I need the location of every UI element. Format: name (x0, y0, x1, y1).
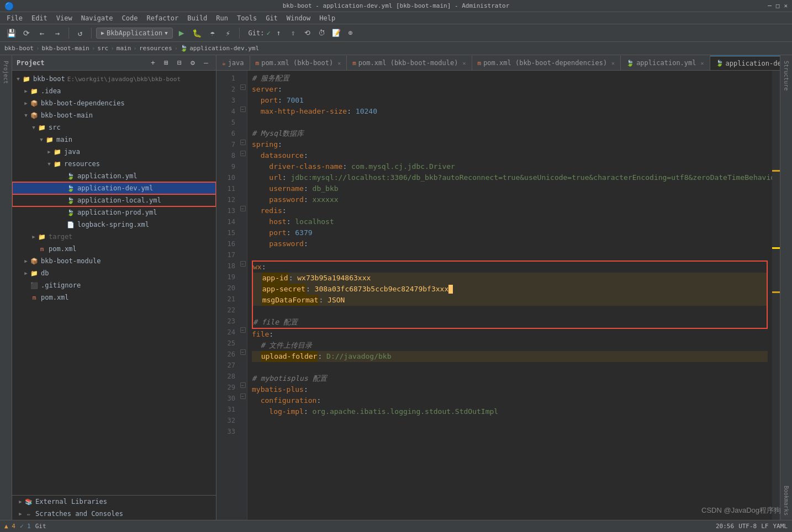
fold-line-24[interactable]: − (240, 327, 246, 333)
tab-pom-boot[interactable]: m pom.xml (bkb-boot) ✕ (250, 56, 347, 70)
panel-close-btn[interactable]: — (200, 57, 212, 68)
tab-application-dev-yml[interactable]: 🍃 application-dev.yml ✕ (710, 56, 780, 70)
status-encoding[interactable]: UTF-8 (738, 523, 757, 530)
breadcrumb-item-src[interactable]: src (97, 45, 108, 52)
maximize-btn[interactable]: □ (776, 2, 780, 9)
git-fetch-btn[interactable]: ⟲ (302, 27, 314, 39)
tree-item-pom-main[interactable]: m pom.xml (12, 243, 216, 255)
status-position: 20:56 (716, 523, 734, 530)
tree-item-target[interactable]: ▶ 📁 target (12, 231, 216, 243)
menu-item-edit[interactable]: Edit (27, 13, 52, 23)
collapse-all-btn[interactable]: ⊟ (174, 57, 185, 68)
code-area[interactable]: # 服务配置 server: port: 7001 max-http-heade… (247, 71, 772, 520)
tree-item-main-module[interactable]: ▼ 📦 bkb-boot-main (12, 109, 216, 121)
expand-all-btn[interactable]: ⊞ (161, 57, 172, 68)
fold-line-29[interactable]: − (240, 382, 246, 388)
tree-item-bkb-boot[interactable]: ▼ 📁 bkb-boot E:\workgit\javadog\bkb\bkb-… (12, 73, 216, 85)
app-selector[interactable]: ▶ BkbApplication ▼ (96, 28, 173, 39)
menu-item-git[interactable]: Git (261, 13, 282, 23)
save-all-btn[interactable]: 💾 (4, 26, 18, 40)
fold-line-8[interactable]: − (240, 151, 246, 156)
breadcrumb-item-bkb-boot-main[interactable]: bkb-boot-main (42, 45, 89, 52)
breadcrumb-item-file[interactable]: 🍃application-dev.yml (180, 45, 259, 52)
tree-item-src[interactable]: ▼ 📁 src (12, 121, 216, 134)
tree-item-java[interactable]: ▶ 📁 java (12, 146, 216, 158)
fold-line-26[interactable]: − (240, 349, 246, 355)
fold-line-18[interactable]: − (240, 261, 246, 267)
toolbar-divider-1 (68, 28, 69, 39)
breadcrumb: bkb-boot › bkb-boot-main › src › main › … (0, 42, 792, 55)
add-module-btn[interactable]: + (147, 57, 159, 68)
tree-item-logback[interactable]: 📄 logback-spring.xml (12, 219, 216, 231)
menu-item-help[interactable]: Help (315, 13, 340, 23)
forward-btn[interactable]: → (51, 26, 64, 40)
menu-item-view[interactable]: View (52, 13, 77, 23)
fold-line-2[interactable]: − (240, 84, 246, 90)
status-line-ending[interactable]: LF (761, 523, 768, 530)
undo-btn[interactable]: ↺ (73, 26, 87, 40)
breadcrumb-item-resources[interactable]: resources (139, 45, 172, 52)
cursor (448, 285, 453, 294)
tab-application-yml[interactable]: 🍃 application.yml ✕ (621, 56, 710, 70)
tree-item-dependencies[interactable]: ▶ 📦 bkb-boot-dependencies (12, 97, 216, 109)
tree-item-resources[interactable]: ▼ 📁 resources (12, 158, 216, 170)
menu-item-build[interactable]: Build (183, 13, 212, 23)
tree-item-pom-root[interactable]: m pom.xml (12, 291, 216, 304)
tab-pom-module[interactable]: m pom.xml (bkb-boot-module) ✕ (347, 56, 472, 70)
tree-item-application-prod-yml[interactable]: 🍃 application-prod.yml (12, 206, 216, 219)
status-git[interactable]: Git (35, 523, 46, 530)
code-line-6: # Mysql数据库 (252, 128, 768, 139)
menu-item-run[interactable]: Run (212, 13, 233, 23)
panel-settings-btn[interactable]: ⚙ (187, 57, 198, 68)
breadcrumb-item-main[interactable]: main (117, 45, 131, 52)
code-line-21: msgDataFormat : JSON (253, 295, 767, 306)
tree-item-application-yml[interactable]: 🍃 application.yml (12, 170, 216, 182)
tree-item-idea[interactable]: ▶ 📁 .idea (12, 85, 216, 97)
menu-item-window[interactable]: Window (282, 13, 315, 23)
editor-scrollbar[interactable] (772, 71, 780, 520)
tree-item-main-folder[interactable]: ▼ 📁 main (12, 134, 216, 146)
tree-item-boot-module[interactable]: ▶ 📦 bkb-boot-module (12, 255, 216, 267)
breadcrumb-item-bkb-boot[interactable]: bkb-boot (4, 45, 34, 52)
coverage-btn[interactable]: ☂ (206, 26, 219, 40)
project-tab-btn[interactable]: Project (3, 57, 9, 87)
external-libraries-item[interactable]: ▶ 📚 External Libraries (12, 496, 216, 508)
fold-line-30[interactable]: − (240, 393, 246, 399)
bookmarks-tab[interactable]: Bookmarks (783, 482, 789, 520)
close-btn[interactable]: ✕ (784, 2, 788, 9)
git-annotate-btn[interactable]: 📝 (330, 27, 342, 39)
tree-item-db[interactable]: ▶ 📁 db (12, 267, 216, 279)
scratches-item[interactable]: ▶ ✏️ Scratches and Consoles (12, 508, 216, 520)
fold-line-4[interactable]: − (240, 107, 246, 112)
fold-line-7[interactable]: − (240, 140, 246, 145)
menu-item-refactor[interactable]: Refactor (142, 13, 183, 23)
menu-item-code[interactable]: Code (118, 13, 142, 23)
back-btn[interactable]: ← (35, 26, 49, 40)
status-right: 20:56 UTF-8 LF YAML (716, 523, 788, 530)
run-btn[interactable]: ▶ (175, 26, 188, 40)
menu-item-navigate[interactable]: Navigate (77, 13, 118, 23)
tab-pom-dependencies[interactable]: m pom.xml (bkb-boot-dependencies) ✕ (472, 56, 621, 70)
structure-tab[interactable]: Structure (783, 57, 789, 94)
tree-item-gitignore[interactable]: ⬛ .gitignore (12, 279, 216, 291)
code-line-23: # file 配置 (253, 317, 767, 328)
debug-btn[interactable]: 🐛 (191, 26, 204, 40)
status-language[interactable]: YAML (773, 523, 788, 530)
git-compare-btn[interactable]: ⊕ (345, 27, 357, 39)
tree-item-application-dev-yml[interactable]: 🍃 application-dev.yml (12, 182, 216, 194)
status-warnings[interactable]: ▲ 4 (4, 523, 15, 530)
minimize-btn[interactable]: ─ (768, 2, 772, 9)
menu-item-tools[interactable]: Tools (233, 13, 261, 23)
git-history-btn[interactable]: ⏱ (316, 27, 328, 39)
tree-item-application-local-yml[interactable]: 🍃 application-local.yml (12, 194, 216, 206)
sync-btn[interactable]: ⟳ (20, 26, 33, 40)
git-push-btn[interactable]: ⇧ (287, 27, 299, 39)
menu-item-file[interactable]: File (2, 13, 27, 23)
git-update-btn[interactable]: ↑ (273, 27, 285, 39)
code-line-9: driver-class-name: com.mysql.cj.jdbc.Dri… (252, 161, 768, 172)
code-line-8: datasource: (252, 150, 768, 161)
tab-java[interactable]: ☕ java (217, 56, 250, 70)
profile-btn[interactable]: ⚡ (221, 26, 235, 40)
status-info[interactable]: ✓ 1 (20, 523, 31, 530)
fold-line-13[interactable]: − (240, 206, 246, 211)
